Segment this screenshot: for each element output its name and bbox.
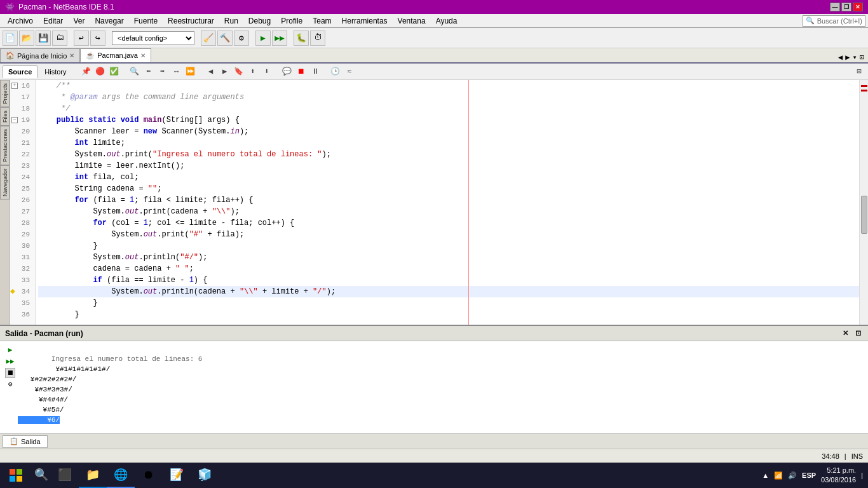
title-bar-controls[interactable]: — ❐ ✕ (830, 3, 863, 11)
menu-archivo[interactable]: Archivo (3, 15, 38, 27)
source-tab[interactable]: Source (3, 65, 37, 78)
projects-tab[interactable]: Projects (0, 80, 10, 107)
open-btn[interactable]: 📂 (19, 30, 34, 46)
line-36: 36 (10, 309, 32, 320)
toggle-todo-btn[interactable]: ✅ (108, 65, 121, 78)
menu-editar[interactable]: Editar (38, 15, 68, 27)
navegador-tab[interactable]: Navegador (0, 165, 10, 200)
tab-dropdown-btn[interactable]: ▾ (851, 53, 858, 62)
menu-ver[interactable]: Ver (68, 15, 90, 27)
menu-debug[interactable]: Debug (243, 15, 276, 27)
build-btn[interactable]: 🔨 (217, 30, 233, 46)
title-bar-left: 👾 Pacman - NetBeans IDE 8.1 (5, 3, 114, 11)
tab-maximize-btn[interactable]: ⊡ (858, 53, 865, 62)
menu-navegar[interactable]: Navegar (90, 15, 128, 27)
tab-next-btn[interactable]: ▶ (844, 53, 851, 62)
replace-btn[interactable]: ↔ (170, 65, 183, 78)
run-btn[interactable]: ▶ (255, 30, 271, 46)
back-btn[interactable]: ◀ (205, 65, 217, 78)
run-debug-btn[interactable]: ▶▶ (272, 30, 287, 46)
maximize-button[interactable]: ❐ (841, 3, 851, 11)
history-btn[interactable]: 🕒 (329, 65, 342, 78)
find-prev-btn[interactable]: ⬅ (142, 65, 155, 78)
fold-icon-19[interactable]: − (11, 117, 18, 123)
title-icon: 👾 (5, 3, 15, 11)
tab-prev-btn[interactable]: ◀ (837, 53, 844, 62)
search-box[interactable]: 🔍 Buscar (Ctrl+I) (803, 15, 865, 27)
output-tab-salida[interactable]: 📋 Salida (3, 435, 48, 448)
pause-btn[interactable]: ⏸ (309, 65, 322, 78)
close-button[interactable]: ✕ (853, 3, 863, 11)
stop-btn-output[interactable]: ⏹ (5, 368, 15, 378)
line-26: 26 (10, 194, 32, 206)
chrome-btn[interactable]: 🌐 (107, 463, 135, 488)
toggle-bookmarks2-btn[interactable]: 🔖 (233, 65, 245, 78)
output-side-buttons: ▶ ▶▶ ⏹ ⚙ (5, 344, 15, 431)
redo-btn[interactable]: ↪ (90, 30, 105, 46)
clock[interactable]: 5:21 p.m. 03/08/2016 (821, 466, 856, 485)
debug-run-btn-output[interactable]: ▶▶ (5, 356, 15, 367)
toggle-breakpoints-btn[interactable]: 🔴 (94, 65, 107, 78)
clear-btn-output[interactable]: ⚙ (5, 379, 15, 390)
save-btn[interactable]: 💾 (36, 30, 51, 46)
save-all-btn[interactable]: 🗂 (52, 30, 67, 46)
prev-bookmark-btn[interactable]: ⬆ (247, 65, 259, 78)
minimize-button[interactable]: — (830, 3, 840, 11)
code-scrollbar[interactable] (859, 80, 868, 325)
file-explorer-btn[interactable]: 📁 (79, 463, 107, 488)
task-view-btn[interactable]: ⬛ (51, 463, 79, 488)
fold-icon-16[interactable]: + (11, 83, 18, 89)
code-line-17: * @param args the command line arguments (38, 92, 859, 103)
incremental-search-btn[interactable]: ⏩ (184, 65, 197, 78)
files-tab[interactable]: Files (0, 107, 10, 126)
history-tab[interactable]: History (39, 65, 72, 78)
diff-btn[interactable]: ≈ (343, 65, 356, 78)
menu-ayuda[interactable]: Ayuda (431, 15, 463, 27)
maximize-editor-btn[interactable]: ⊡ (853, 65, 865, 78)
output-maximize-btn[interactable]: ⊡ (853, 329, 863, 339)
forward-btn[interactable]: ▶ (219, 65, 231, 78)
new-project-btn[interactable]: 📄 (3, 30, 18, 46)
tab1-icon: 🏠 (6, 51, 15, 60)
code-line-16: /** (38, 80, 859, 92)
record-btn[interactable]: ⏺ (135, 463, 163, 488)
toggle-bookmarks-btn[interactable]: 📌 (80, 65, 93, 78)
tab-pagina-inicio[interactable]: 🏠 Página de Inicio ✕ (0, 48, 80, 62)
code-content[interactable]: /** * @param args the command line argum… (36, 80, 859, 325)
tab-pacman-java[interactable]: ☕ Pacman.java ✕ (80, 48, 151, 62)
menu-profile[interactable]: Profile (276, 15, 308, 27)
menu-ventana[interactable]: Ventana (393, 15, 431, 27)
prestaciones-tab[interactable]: Prestaciones (0, 126, 10, 165)
scrollbar-thumb[interactable] (861, 196, 867, 234)
stop-btn[interactable]: ⏹ (295, 65, 308, 78)
tab1-close[interactable]: ✕ (69, 52, 74, 59)
3d-btn[interactable]: 🧊 (191, 463, 219, 488)
comment-btn[interactable]: 💬 (281, 65, 294, 78)
next-bookmark-btn[interactable]: ⬇ (261, 65, 273, 78)
hide-icons-btn[interactable]: ▲ (762, 471, 769, 479)
run-btn-output[interactable]: ▶ (5, 345, 15, 355)
code-line-36: } (38, 309, 859, 320)
line-35: 35 (10, 297, 32, 309)
find-btn[interactable]: 🔍 (128, 65, 141, 78)
config-select[interactable]: <default config> (112, 31, 194, 45)
build-main-btn[interactable]: ⚙ (234, 30, 249, 46)
clean-btn[interactable]: 🧹 (201, 30, 216, 46)
output-tab-icon: 📋 (10, 437, 18, 445)
tab2-close[interactable]: ✕ (140, 52, 146, 59)
menu-fuente[interactable]: Fuente (129, 15, 163, 27)
find-next-btn[interactable]: ➡ (156, 65, 169, 78)
debug-btn[interactable]: 🐛 (294, 30, 309, 46)
search-taskbar-btn[interactable]: 🔍 (32, 463, 51, 488)
menu-team[interactable]: Team (308, 15, 336, 27)
start-button[interactable] (0, 463, 32, 488)
show-desktop-btn[interactable]: | (861, 471, 863, 479)
tab2-label: Pacman.java (97, 51, 138, 59)
menu-run[interactable]: Run (219, 15, 243, 27)
undo-btn[interactable]: ↩ (74, 30, 89, 46)
word-btn[interactable]: 📝 (163, 463, 191, 488)
menu-herramientas[interactable]: Herramientas (337, 15, 393, 27)
profile-btn[interactable]: ⏱ (310, 30, 325, 46)
output-close-btn[interactable]: ✕ (840, 329, 850, 339)
menu-reestructurar[interactable]: Reestructurar (163, 15, 219, 27)
